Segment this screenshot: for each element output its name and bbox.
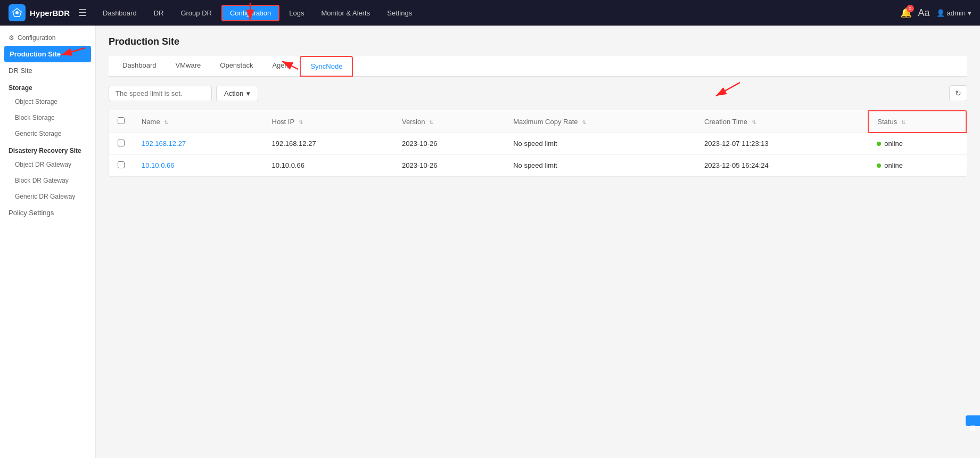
sidebar-group-dr-site: Disastery Recovery Site	[0, 142, 95, 157]
nav-dashboard[interactable]: Dashboard	[95, 6, 144, 20]
action-label: Action	[224, 89, 243, 97]
status-text-2: online	[884, 161, 903, 169]
sidebar-item-production-site[interactable]: Production Site	[4, 46, 91, 62]
nav-logs[interactable]: Logs	[282, 6, 311, 20]
tab-syncnode[interactable]: SyncNode	[300, 56, 353, 77]
page-title: Production Site	[109, 36, 967, 47]
sort-rate-icon[interactable]: ⇅	[582, 119, 586, 125]
tab-dashboard[interactable]: Dashboard	[113, 56, 166, 77]
col-name: Name ⇅	[133, 111, 263, 133]
table-row: 192.168.12.27 192.168.12.27 2023-10-26 N…	[109, 133, 966, 154]
col-status: Status ⇅	[868, 111, 966, 133]
top-navigation: HyperBDR ☰ Dashboard DR Group DR Configu…	[0, 0, 980, 26]
sidebar: ⚙ Configuration Production Site DR Site …	[0, 26, 96, 458]
node-link-2[interactable]: 10.10.0.66	[142, 161, 174, 169]
sidebar-group-storage: Storage	[0, 79, 95, 94]
cell-rate-1: No speed limit	[505, 133, 696, 154]
cell-name-1: 192.168.12.27	[133, 133, 263, 154]
tab-openstack[interactable]: Openstack	[210, 56, 262, 77]
syncnode-table: Name ⇅ Host IP ⇅ Version ⇅ Maximum Cop	[109, 110, 967, 177]
nav-dr[interactable]: DR	[146, 6, 171, 20]
user-menu[interactable]: 👤 admin ▾	[936, 9, 971, 17]
cell-rate-2: No speed limit	[505, 154, 696, 176]
logo-icon	[9, 4, 26, 21]
refresh-button[interactable]: ↻	[949, 85, 967, 101]
sort-hostip-icon[interactable]: ⇅	[299, 119, 303, 125]
online-customer-service[interactable]: 在线客服	[966, 415, 980, 426]
tab-agent[interactable]: Agent	[262, 56, 300, 77]
tab-bar: Dashboard VMware Openstack Agent SyncNod…	[109, 56, 967, 77]
nav-settings[interactable]: Settings	[380, 6, 419, 20]
sidebar-item-object-storage[interactable]: Object Storage	[0, 94, 95, 110]
notification-badge: 0	[907, 5, 914, 12]
status-text-1: online	[884, 140, 903, 148]
app-logo: HyperBDR	[9, 4, 70, 21]
table-body: 192.168.12.27 192.168.12.27 2023-10-26 N…	[109, 133, 966, 176]
sidebar-item-generic-dr[interactable]: Generic DR Gateway	[0, 189, 95, 205]
nav-items: Dashboard DR Group DR Configuration Logs…	[95, 5, 900, 21]
toolbar: Action ▾ ↻	[109, 85, 967, 101]
username: admin	[947, 9, 966, 17]
row-checkbox-2[interactable]	[118, 161, 125, 168]
sort-version-icon[interactable]: ⇅	[429, 119, 433, 125]
chevron-down-icon: ▾	[246, 89, 250, 97]
user-icon: 👤	[936, 9, 945, 17]
cell-hostip-1: 192.168.12.27	[263, 133, 394, 154]
row-checkbox-1[interactable]	[118, 140, 125, 146]
status-dot-1	[877, 142, 881, 146]
status-badge-online-2: online	[877, 161, 958, 169]
action-button[interactable]: Action ▾	[216, 86, 258, 101]
cell-name-2: 10.10.0.66	[133, 154, 263, 176]
col-host-ip: Host IP ⇅	[263, 111, 394, 133]
nav-group-dr[interactable]: Group DR	[173, 6, 219, 20]
refresh-icon: ↻	[955, 89, 961, 97]
topnav-right: 🔔 0 Aa 👤 admin ▾	[900, 7, 971, 19]
sort-name-icon[interactable]: ⇅	[164, 119, 168, 125]
col-max-copy-rate: Maximum Copy Rate ⇅	[505, 111, 696, 133]
sidebar-item-block-storage[interactable]: Block Storage	[0, 110, 95, 126]
notification-bell[interactable]: 🔔 0	[900, 7, 912, 19]
col-creation-time: Creation Time ⇅	[696, 111, 868, 133]
main-content: Production Site Dashboard VMware Opensta…	[96, 26, 980, 458]
sidebar-item-policy-settings[interactable]: Policy Settings	[0, 205, 95, 221]
sidebar-item-object-dr[interactable]: Object DR Gateway	[0, 157, 95, 173]
main-layout: ⚙ Configuration Production Site DR Site …	[0, 26, 980, 458]
nav-configuration[interactable]: Configuration	[221, 5, 279, 21]
sidebar-item-generic-storage[interactable]: Generic Storage	[0, 126, 95, 142]
cell-time-2: 2023-12-05 16:24:24	[696, 154, 868, 176]
col-version: Version ⇅	[393, 111, 505, 133]
svg-point-1	[15, 11, 19, 14]
cell-version-1: 2023-10-26	[393, 133, 505, 154]
cell-status-1: online	[868, 133, 966, 154]
nav-monitor-alerts[interactable]: Monitor & Alerts	[314, 6, 377, 20]
sort-time-icon[interactable]: ⇅	[752, 119, 756, 125]
logo-text: HyperBDR	[30, 9, 70, 18]
status-dot-2	[877, 163, 881, 168]
user-chevron: ▾	[968, 9, 971, 17]
sidebar-section-title: ⚙ Configuration	[0, 30, 95, 46]
translate-icon[interactable]: Aa	[918, 7, 930, 19]
sort-status-icon[interactable]: ⇅	[901, 119, 905, 125]
data-table: Name ⇅ Host IP ⇅ Version ⇅ Maximum Cop	[109, 110, 967, 176]
sidebar-item-block-dr[interactable]: Block DR Gateway	[0, 173, 95, 189]
menu-icon[interactable]: ☰	[78, 7, 87, 19]
speed-limit-input[interactable]	[109, 86, 212, 101]
cell-status-2: online	[868, 154, 966, 176]
cell-version-2: 2023-10-26	[393, 154, 505, 176]
sidebar-item-dr-site[interactable]: DR Site	[0, 62, 95, 79]
gear-icon: ⚙	[9, 34, 14, 42]
table-header: Name ⇅ Host IP ⇅ Version ⇅ Maximum Cop	[109, 111, 966, 133]
status-badge-online-1: online	[877, 140, 958, 148]
select-all-checkbox[interactable]	[118, 117, 125, 124]
tab-vmware[interactable]: VMware	[166, 56, 211, 77]
cell-hostip-2: 10.10.0.66	[263, 154, 394, 176]
node-link-1[interactable]: 192.168.12.27	[142, 140, 186, 148]
table-row: 10.10.0.66 10.10.0.66 2023-10-26 No spee…	[109, 154, 966, 176]
cell-time-1: 2023-12-07 11:23:13	[696, 133, 868, 154]
